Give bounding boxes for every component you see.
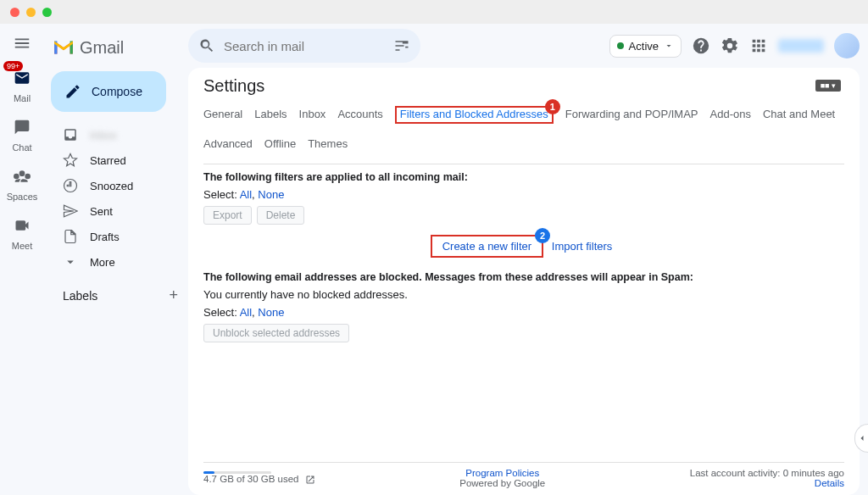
- status-dot-icon: [617, 42, 624, 49]
- labels-heading: Labels: [63, 289, 97, 303]
- blocked-select-none[interactable]: None: [258, 306, 284, 319]
- open-in-new-icon[interactable]: [305, 475, 315, 485]
- gear-icon[interactable]: [721, 36, 739, 55]
- sidebar-item-starred[interactable]: Starred: [44, 147, 188, 173]
- spaces-icon: [14, 168, 31, 185]
- clock-icon: [63, 178, 78, 193]
- storage-bar: [203, 471, 271, 474]
- tab-forwarding[interactable]: Forwarding and POP/IMAP: [565, 106, 698, 124]
- rail-item-chat[interactable]: Chat: [8, 114, 36, 153]
- tab-filters-blocked[interactable]: Filters and Blocked Addresses 1: [395, 106, 554, 124]
- search-options-icon[interactable]: [393, 37, 410, 54]
- page-title: Settings: [203, 76, 844, 96]
- sidebar-item-more[interactable]: More: [44, 249, 188, 275]
- sidebar-item-label: Snoozed: [90, 180, 133, 192]
- top-header: Active: [188, 24, 860, 64]
- window-titlebar: [0, 0, 868, 24]
- traffic-light-close-icon[interactable]: [10, 8, 19, 17]
- tab-label: Filters and Blocked Addresses: [400, 108, 548, 120]
- chevron-down-icon: [63, 254, 78, 270]
- blocked-section-head: The following email addresses are blocke…: [203, 264, 844, 283]
- filters-section-head: The following filters are applied to all…: [203, 164, 844, 183]
- tab-inbox[interactable]: Inbox: [299, 106, 326, 124]
- traffic-light-minimize-icon[interactable]: [26, 8, 36, 17]
- rail-label: Mail: [14, 93, 31, 103]
- sidebar-item-sent[interactable]: Sent: [44, 198, 188, 224]
- rail-item-meet[interactable]: Meet: [8, 212, 36, 251]
- support-icon[interactable]: [692, 36, 710, 55]
- add-label-button[interactable]: +: [169, 286, 178, 304]
- create-filter-highlight: Create a new filter 2: [431, 235, 544, 258]
- annotation-badge-2: 2: [535, 228, 550, 243]
- settings-footer: 4.7 GB of 30 GB used Program Policies Po…: [203, 462, 844, 488]
- sidebar-item-label: More: [90, 256, 115, 269]
- sidebar-item-snoozed[interactable]: Snoozed: [44, 173, 188, 198]
- tab-addons[interactable]: Add-ons: [710, 106, 751, 124]
- account-name-redacted: [778, 39, 824, 53]
- filters-delete-button: Delete: [257, 206, 305, 225]
- gmail-logo-icon: [53, 39, 75, 56]
- settings-tabs: General Labels Inbox Accounts Filters an…: [203, 106, 844, 152]
- filters-export-button: Export: [203, 206, 252, 225]
- drafts-icon: [63, 229, 78, 244]
- annotation-badge-1: 1: [545, 99, 560, 114]
- last-activity-text: Last account activity: 0 minutes ago: [690, 468, 844, 478]
- powered-by-text: Powered by Google: [459, 478, 545, 488]
- tab-accounts[interactable]: Accounts: [337, 106, 382, 124]
- activity-details-link[interactable]: Details: [690, 478, 844, 488]
- gmail-logo[interactable]: Gmail: [44, 31, 188, 64]
- select-label: Select:: [203, 306, 237, 319]
- search-icon: [198, 37, 215, 54]
- create-new-filter-link[interactable]: Create a new filter: [442, 240, 532, 253]
- language-toggle[interactable]: ■■ ▾: [815, 80, 841, 92]
- sidebar-item-label: Drafts: [90, 231, 120, 243]
- tab-offline[interactable]: Offline: [264, 136, 296, 152]
- compose-button[interactable]: Compose: [51, 71, 166, 112]
- blocked-select-all[interactable]: All: [240, 306, 252, 319]
- chevron-down-icon: [664, 41, 674, 51]
- unblock-button: Unblock selected addresses: [203, 324, 349, 342]
- pencil-icon: [64, 83, 81, 100]
- sidebar-item-inbox[interactable]: Inbox: [44, 122, 188, 147]
- rail-item-mail[interactable]: 99+ Mail: [8, 64, 36, 103]
- traffic-light-zoom-icon[interactable]: [42, 8, 52, 17]
- settings-panel: ■■ ▾ Settings General Labels Inbox Accou…: [188, 68, 860, 495]
- app-rail: 99+ Mail Chat Spaces Meet: [0, 24, 44, 495]
- apps-grid-icon[interactable]: [749, 36, 768, 55]
- tab-general[interactable]: General: [203, 106, 242, 124]
- tab-themes[interactable]: Themes: [308, 136, 348, 152]
- sidebar-item-label: Starred: [90, 154, 126, 167]
- rail-label: Meet: [12, 241, 32, 251]
- program-policies-link[interactable]: Program Policies: [459, 468, 545, 478]
- search-input[interactable]: [224, 39, 385, 53]
- status-label: Active: [629, 40, 659, 53]
- compose-label: Compose: [92, 85, 142, 98]
- search-bar[interactable]: [188, 29, 420, 63]
- mail-icon: [14, 70, 31, 86]
- chat-icon: [14, 119, 31, 136]
- blocked-empty-text: You currently have no blocked addresses.: [203, 288, 844, 301]
- inbox-icon: [63, 127, 78, 142]
- filters-select-none[interactable]: None: [258, 188, 284, 201]
- tab-labels[interactable]: Labels: [254, 106, 287, 124]
- rail-label: Spaces: [7, 192, 38, 202]
- meet-icon: [14, 217, 31, 234]
- chevron-left-icon: [857, 433, 867, 443]
- rail-item-spaces[interactable]: Spaces: [7, 163, 38, 202]
- sidebar-item-label: Sent: [90, 205, 113, 218]
- rail-label: Chat: [12, 142, 31, 153]
- import-filters-link[interactable]: Import filters: [552, 240, 613, 253]
- sidebar: Gmail Compose Inbox Starred Snoozed Sent: [44, 24, 188, 495]
- filters-select-all[interactable]: All: [240, 188, 252, 201]
- select-label: Select:: [203, 188, 237, 201]
- sidebar-item-drafts[interactable]: Drafts: [44, 224, 188, 249]
- tab-advanced[interactable]: Advanced: [203, 136, 253, 152]
- send-icon: [63, 203, 78, 219]
- account-avatar[interactable]: [834, 33, 860, 58]
- brand-text: Gmail: [80, 38, 124, 58]
- star-icon: [63, 153, 78, 168]
- main-menu-icon[interactable]: [13, 34, 31, 54]
- sidebar-item-label: Inbox: [90, 129, 117, 142]
- status-chip[interactable]: Active: [609, 35, 682, 58]
- tab-chat-meet[interactable]: Chat and Meet: [763, 106, 835, 124]
